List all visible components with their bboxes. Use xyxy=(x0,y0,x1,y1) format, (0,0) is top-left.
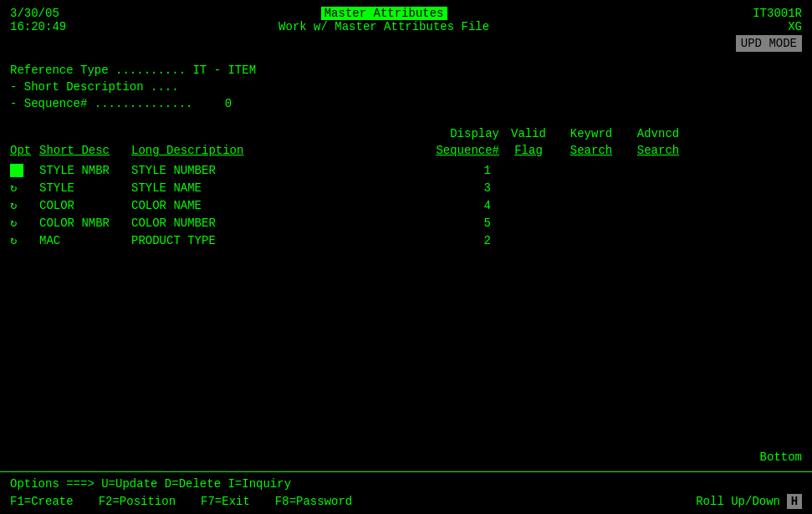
f1-key[interactable]: F1=Create xyxy=(10,495,74,508)
options-label: Options ===> U=Update D=Delete I=Inquiry xyxy=(10,477,291,491)
bottom-label: Bottom xyxy=(760,450,802,464)
f2-key[interactable]: F2=Position xyxy=(99,495,176,508)
seq-0: 1 xyxy=(416,164,499,177)
short-desc-3: COLOR NMBR xyxy=(39,216,131,230)
time: 16:20:49 xyxy=(10,20,66,33)
table-header-row2: Opt Short Desc Long Description Sequence… xyxy=(10,144,802,157)
col-opt-label: Opt xyxy=(10,144,39,157)
short-desc-4: MAC xyxy=(39,234,131,247)
short-desc-1: STYLE xyxy=(39,181,131,195)
long-desc-0: STYLE NUMBER xyxy=(131,164,416,177)
table-body: STYLE NMBR STYLE NUMBER 1 ↻ STYLE STYLE … xyxy=(10,164,802,247)
table-row[interactable]: ↻ COLOR COLOR NAME 4 xyxy=(10,198,802,212)
ref-line3: - Sequence# .............. 0 xyxy=(10,97,802,110)
col-keywrd-label2: Search xyxy=(558,144,625,157)
reference-section: Reference Type .......... IT - ITEM - Sh… xyxy=(10,64,802,110)
long-desc-1: STYLE NAME xyxy=(131,181,416,195)
seq-2: 4 xyxy=(416,199,499,212)
col-display-label2: Sequence# xyxy=(416,144,499,157)
program-id: IT3001R xyxy=(702,7,802,20)
opt-cell-1[interactable]: ↻ xyxy=(10,181,39,195)
f8-key[interactable]: F8=Password xyxy=(275,495,352,508)
col-keywrd-header1: Keywrd xyxy=(558,127,625,140)
opt-cursor-icon: ↻ xyxy=(10,181,17,195)
col-long-header xyxy=(131,127,416,140)
footer: Options ===> U=Update D=Delete I=Inquiry… xyxy=(0,471,812,514)
footer-fkeys-left: F1=Create F2=Position F7=Exit F8=Passwor… xyxy=(10,495,352,508)
col-short-label: Short Desc xyxy=(39,144,131,157)
long-desc-2: COLOR NAME xyxy=(131,199,416,212)
col-short-header xyxy=(39,127,131,140)
opt-filled-icon xyxy=(10,164,23,177)
subtitle: Work w/ Master Attributes File xyxy=(66,20,702,33)
footer-options-line: Options ===> U=Update D=Delete I=Inquiry xyxy=(10,477,802,491)
seq-3: 5 xyxy=(416,216,499,230)
header: 3/30/05 16:20:49 Master Attributes Work … xyxy=(10,7,802,52)
table-row[interactable]: ↻ STYLE STYLE NAME 3 xyxy=(10,181,802,195)
header-left: 3/30/05 16:20:49 xyxy=(10,7,66,33)
mode-badge: UPD MODE xyxy=(736,35,802,52)
header-right: IT3001R XG UPD MODE xyxy=(702,7,802,52)
opt-cell-0[interactable] xyxy=(10,164,39,177)
seq-4: 2 xyxy=(416,234,499,247)
opt-cell-4[interactable]: ↻ xyxy=(10,233,39,247)
long-desc-4: PRODUCT TYPE xyxy=(131,234,416,247)
ref-line1: Reference Type .......... IT - ITEM xyxy=(10,64,802,77)
table-row[interactable]: STYLE NMBR STYLE NUMBER 1 xyxy=(10,164,802,177)
page-title: Master Attributes xyxy=(321,7,447,20)
user-id: XG xyxy=(702,20,802,33)
opt-cell-2[interactable]: ↻ xyxy=(10,198,39,212)
opt-cursor-icon: ↻ xyxy=(10,216,17,230)
col-valid-label2: Flag xyxy=(499,144,558,157)
screen: 3/30/05 16:20:49 Master Attributes Work … xyxy=(0,0,812,514)
title-line: Master Attributes xyxy=(66,7,702,20)
header-center: Master Attributes Work w/ Master Attribu… xyxy=(66,7,702,33)
col-long-label: Long Description xyxy=(131,144,416,157)
table-header-row1: Display Valid Keywrd Advncd xyxy=(10,127,802,140)
table-row[interactable]: ↻ COLOR NMBR COLOR NUMBER 5 xyxy=(10,216,802,230)
col-display-header1: Display xyxy=(416,127,499,140)
col-advncd-header1: Advncd xyxy=(625,127,692,140)
col-opt-header xyxy=(10,127,39,140)
seq-1: 3 xyxy=(416,181,499,195)
table-row[interactable]: ↻ MAC PRODUCT TYPE 2 xyxy=(10,233,802,247)
ref-seq-value: 0 xyxy=(225,97,232,110)
ref-line2: - Short Description .... xyxy=(10,80,802,94)
roll-label: Roll Up/Down xyxy=(696,495,780,508)
footer-fkeys: F1=Create F2=Position F7=Exit F8=Passwor… xyxy=(10,494,802,509)
col-advncd-label2: Search xyxy=(625,144,692,157)
col-valid-header1: Valid xyxy=(499,127,558,140)
footer-roll: Roll Up/Down H xyxy=(696,494,802,509)
date: 3/30/05 xyxy=(10,7,66,20)
opt-cell-3[interactable]: ↻ xyxy=(10,216,39,230)
opt-cursor-icon: ↻ xyxy=(10,233,17,247)
short-desc-2: COLOR xyxy=(39,199,131,212)
opt-cursor-icon: ↻ xyxy=(10,198,17,212)
f7-key[interactable]: F7=Exit xyxy=(201,495,250,508)
short-desc-0: STYLE NMBR xyxy=(39,164,131,177)
roll-icon[interactable]: H xyxy=(787,494,802,509)
long-desc-3: COLOR NUMBER xyxy=(131,216,416,230)
